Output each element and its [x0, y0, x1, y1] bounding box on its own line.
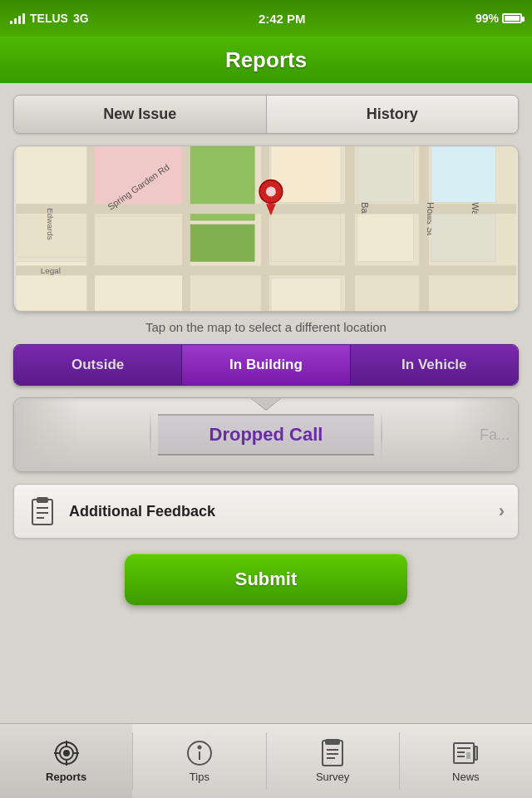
tab-tips-label: Tips: [190, 771, 209, 783]
newspaper-icon: [451, 739, 480, 767]
svg-rect-7: [94, 216, 185, 265]
svg-rect-1: [16, 146, 90, 204]
tab-new-issue[interactable]: New Issue: [14, 96, 267, 133]
map-container[interactable]: Spring Garden Rd Barrington St Hollis St…: [13, 145, 519, 312]
tab-news[interactable]: News: [400, 724, 532, 798]
svg-rect-28: [431, 146, 495, 202]
info-icon: [185, 739, 214, 767]
tab-history[interactable]: History: [267, 96, 519, 133]
svg-rect-6: [189, 224, 254, 262]
tab-tips[interactable]: Tips: [133, 724, 265, 798]
submit-button[interactable]: Submit: [125, 554, 407, 605]
svg-text:Legal: Legal: [41, 266, 61, 275]
svg-rect-29: [431, 214, 495, 261]
status-bar: TELUS 3G 2:42 PM 99%: [0, 0, 532, 37]
svg-rect-24: [271, 214, 341, 261]
picker-divider-left: [150, 410, 151, 460]
tab-control: New Issue History: [13, 95, 519, 134]
svg-rect-25: [271, 278, 341, 311]
svg-rect-59: [466, 752, 470, 759]
svg-rect-50: [326, 740, 339, 744]
feedback-label: Additional Feedback: [69, 503, 499, 520]
status-left: TELUS 3G: [10, 12, 89, 25]
main-content: New Issue History: [0, 83, 532, 723]
network-label: 3G: [73, 12, 89, 25]
title-bar: Reports: [0, 37, 532, 83]
signal-bars: [10, 12, 25, 24]
location-outside[interactable]: Outside: [14, 345, 182, 385]
issue-picker[interactable]: Dropped Call Fa...: [13, 397, 519, 472]
svg-rect-13: [261, 146, 269, 311]
location-in-vehicle[interactable]: In Vehicle: [351, 345, 518, 385]
svg-point-31: [266, 187, 276, 197]
clipboard-icon: [27, 496, 57, 526]
svg-rect-26: [357, 146, 413, 202]
picker-next-value: Fa...: [480, 426, 510, 444]
picker-fade-right: Fa...: [451, 398, 518, 471]
tab-reports[interactable]: Reports: [0, 724, 132, 798]
carrier-label: TELUS: [30, 12, 68, 25]
battery-fill: [505, 16, 520, 21]
feedback-row[interactable]: Additional Feedback ›: [13, 484, 519, 539]
status-right: 99%: [475, 12, 522, 25]
svg-rect-35: [37, 498, 47, 502]
svg-text:Edwards: Edwards: [46, 208, 55, 239]
page-title: Reports: [225, 47, 307, 73]
map-view[interactable]: Spring Garden Rd Barrington St Hollis St…: [14, 146, 518, 311]
location-in-building[interactable]: In Building: [182, 345, 350, 385]
tab-news-label: News: [452, 771, 480, 783]
survey-icon: [318, 739, 347, 767]
chevron-right-icon: ›: [499, 500, 505, 522]
picker-selected-value: Dropped Call: [209, 424, 323, 446]
svg-rect-12: [182, 146, 190, 311]
signal-bar-2: [14, 18, 17, 24]
signal-bar-1: [10, 21, 12, 24]
picker-divider-right: [381, 410, 382, 460]
svg-rect-8: [94, 270, 185, 312]
svg-rect-55: [475, 746, 477, 760]
svg-rect-11: [86, 146, 95, 311]
svg-point-41: [64, 751, 69, 756]
svg-rect-14: [345, 146, 355, 311]
battery-percentage: 99%: [475, 12, 499, 25]
tab-reports-label: Reports: [46, 771, 86, 783]
picker-fade-left: [14, 398, 81, 471]
svg-point-48: [198, 746, 200, 749]
svg-rect-27: [357, 214, 413, 261]
signal-bar-3: [18, 16, 21, 24]
signal-bar-4: [22, 13, 25, 24]
tab-survey-label: Survey: [316, 771, 349, 783]
tab-survey[interactable]: Survey: [267, 724, 399, 798]
bottom-tab-bar: Reports Tips Survey: [0, 723, 532, 798]
time-display: 2:42 PM: [259, 12, 306, 26]
picker-notch: [251, 398, 281, 410]
location-type-selector: Outside In Building In Vehicle: [13, 344, 519, 386]
target-icon: [52, 739, 81, 767]
battery-icon: [502, 13, 522, 23]
map-hint: Tap on the map to select a different loc…: [13, 320, 519, 334]
